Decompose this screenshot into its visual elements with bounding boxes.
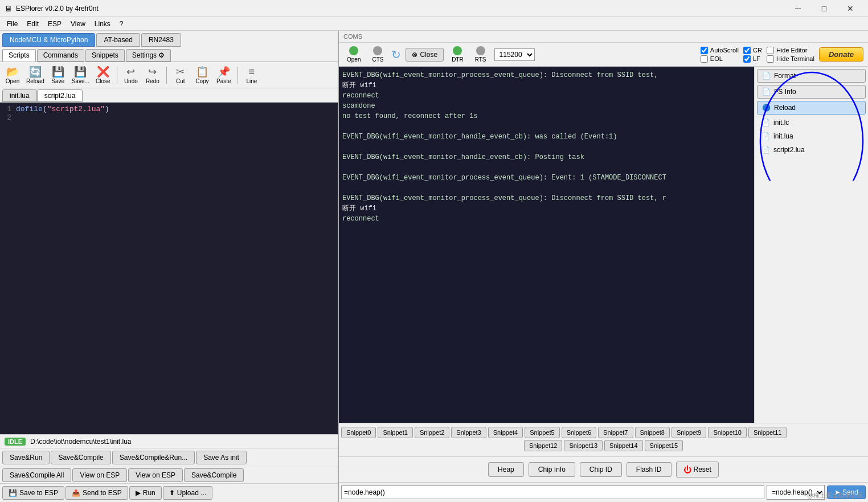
snippet-13[interactable]: Snippet13 [564, 440, 603, 451]
toolbar-paste[interactable]: 📌 Paste [214, 64, 234, 85]
snippet-10[interactable]: Snippet10 [708, 427, 747, 438]
file-item-script2lua[interactable]: 📄 script2.lua [757, 144, 866, 156]
view-on-esp-2-button[interactable]: View on ESP [128, 468, 183, 482]
snippet-6[interactable]: Snippet6 [562, 427, 596, 438]
close-button[interactable]: ✕ [837, 0, 863, 17]
snippet-8[interactable]: Snippet8 [635, 427, 670, 438]
snippet-0[interactable]: Snippet0 [341, 427, 376, 438]
lf-checkbox-item[interactable]: LF [743, 55, 762, 63]
chip-info-button[interactable]: Chip Info [529, 462, 575, 477]
checkbox-group2: CR LF [743, 47, 762, 63]
cts-button[interactable]: CTS [369, 45, 387, 64]
toolbar-sep2 [166, 67, 167, 84]
refresh-button[interactable]: ↻ [391, 48, 401, 62]
terminal-line [342, 162, 751, 173]
format-button[interactable]: 📄 Format [757, 69, 866, 83]
eol-checkbox-item[interactable]: EOL [701, 55, 739, 63]
view-on-esp-1-button[interactable]: View on ESP [72, 468, 127, 482]
subtab-settings[interactable]: Settings ⚙ [126, 49, 171, 62]
menu-file[interactable]: File [2, 19, 22, 29]
reload-files-button[interactable]: 🔵 Reload [757, 101, 866, 115]
snippet-9[interactable]: Snippet9 [672, 427, 706, 438]
snippet-4[interactable]: Snippet4 [488, 427, 523, 438]
toolbar-redo[interactable]: ↪ Redo [142, 64, 163, 85]
snippet-11[interactable]: Snippet11 [748, 427, 787, 438]
tab-at-based[interactable]: AT-based [96, 33, 140, 47]
snippet-7[interactable]: Snippet7 [598, 427, 633, 438]
subtab-commands[interactable]: Commands [37, 49, 84, 62]
baud-rate-select[interactable]: 115200 9600 19200 38400 57600 230400 [494, 48, 535, 61]
flash-id-button[interactable]: Flash ID [627, 462, 672, 477]
snippet-14[interactable]: Snippet14 [604, 440, 643, 451]
copy-label: Copy [195, 78, 208, 84]
toolbar-cut[interactable]: ✂ Cut [170, 64, 191, 85]
action-buttons-row2: Save&Compile All View on ESP View on ESP… [0, 467, 338, 483]
cmd-input-field[interactable] [341, 485, 764, 499]
reset-button[interactable]: ⏻ Reset [676, 462, 719, 477]
code-content[interactable]: dofile("script2.lua") [16, 105, 335, 432]
file-tab-script2[interactable]: script2.lua [37, 89, 83, 102]
menu-esp[interactable]: ESP [43, 19, 66, 29]
menu-view[interactable]: View [66, 19, 90, 29]
toolbar-undo[interactable]: ↩ Undo [121, 64, 141, 85]
save-to-esp-button[interactable]: 💾 Save to ESP [2, 486, 64, 500]
undo-icon: ↩ [126, 66, 135, 78]
menu-links[interactable]: Links [90, 19, 115, 29]
dtr-button[interactable]: DTR [448, 45, 467, 64]
save-compile-all-button[interactable]: Save&Compile All [2, 468, 71, 482]
save-run-button[interactable]: Save&Run [2, 451, 50, 464]
save-compile-2-button[interactable]: Save&Compile [184, 468, 244, 482]
fs-info-button[interactable]: 📄 FS Info [757, 85, 866, 99]
reset-label: Reset [694, 466, 711, 474]
toolbar-copy[interactable]: 📋 Copy [192, 64, 212, 85]
menu-help[interactable]: ? [115, 19, 128, 29]
menu-edit[interactable]: Edit [22, 19, 43, 29]
cr-checkbox-item[interactable]: CR [743, 47, 762, 54]
snippet-12[interactable]: Snippet12 [524, 440, 563, 451]
hide-editor-item[interactable]: Hide Editor [767, 47, 814, 54]
autoscroll-checkbox[interactable] [701, 47, 708, 54]
chip-id-button[interactable]: Chip ID [580, 462, 622, 477]
run-button[interactable]: ▶ Run [129, 486, 162, 500]
file-item-initlc[interactable]: 📄 init.lc [757, 117, 866, 128]
lf-checkbox[interactable] [743, 55, 751, 63]
snippet-2[interactable]: Snippet2 [415, 427, 449, 438]
tab-rn2483[interactable]: RN2483 [141, 33, 181, 47]
file-tab-init[interactable]: init.lua [2, 89, 37, 102]
open-com-button[interactable]: Open [343, 45, 364, 64]
upload-button[interactable]: ⬆ Upload ... [163, 486, 212, 500]
autoscroll-checkbox-item[interactable]: AutoScroll [701, 47, 739, 54]
eol-checkbox[interactable] [701, 55, 708, 63]
code-editor[interactable]: 1 2 dofile("script2.lua") [0, 103, 338, 434]
file-item-initlua[interactable]: 📄 init.lua [757, 130, 866, 142]
toolbar-open[interactable]: 📂 Open [2, 64, 23, 85]
toolbar: 📂 Open 🔄 Reload 💾 Save 💾 Save... ❌ Close [0, 62, 338, 88]
rts-button[interactable]: RTS [472, 45, 490, 64]
save-compile-run-button[interactable]: Save&Compile&Run... [112, 451, 195, 464]
minimize-button[interactable]: ─ [785, 0, 811, 17]
snippet-5[interactable]: Snippet5 [525, 427, 559, 438]
toolbar-reload[interactable]: 🔄 Reload [24, 64, 47, 85]
close-com-button[interactable]: ⊗ Close [406, 48, 444, 62]
subtab-scripts[interactable]: Scripts [2, 49, 36, 62]
snippet-1[interactable]: Snippet1 [378, 427, 412, 438]
hide-terminal-item[interactable]: Hide Terminal [767, 55, 814, 63]
snippet-3[interactable]: Snippet3 [451, 427, 486, 438]
cr-checkbox[interactable] [743, 47, 751, 54]
save-as-init-button[interactable]: Save As init [196, 451, 247, 464]
hide-editor-checkbox[interactable] [767, 47, 774, 54]
save-compile-button[interactable]: Save&Compile [51, 451, 110, 464]
maximize-button[interactable]: □ [811, 0, 837, 17]
send-to-esp-button[interactable]: 📤 Send to ESP [65, 486, 128, 500]
heap-button[interactable]: Heap [488, 462, 524, 477]
toolbar-saveas[interactable]: 💾 Save... [69, 64, 92, 85]
subtab-snippets[interactable]: Snippets [85, 49, 125, 62]
toolbar-save[interactable]: 💾 Save [48, 64, 68, 85]
hide-terminal-checkbox[interactable] [767, 55, 774, 63]
donate-button[interactable]: Donate [819, 47, 863, 62]
tab-nodemcu[interactable]: NodeMCU & MicroPython [2, 33, 95, 47]
toolbar-line[interactable]: ≡ Line [241, 65, 262, 85]
toolbar-close[interactable]: ❌ Close [93, 64, 113, 85]
snippet-15[interactable]: Snippet15 [645, 440, 683, 451]
terminal[interactable]: EVENT_DBG(wifi_event_monitor_process_eve… [339, 67, 754, 423]
